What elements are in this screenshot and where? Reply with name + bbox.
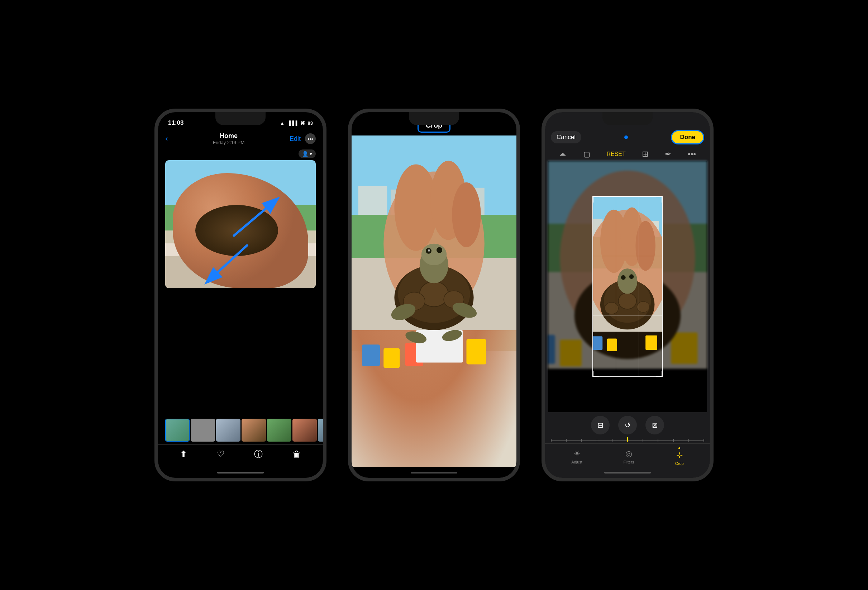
crop-grid-v1 [616,197,616,376]
crop-aspect-icon[interactable]: ▢ [583,150,590,158]
svg-point-23 [421,244,447,265]
thumbnail-strip [158,416,323,445]
share-button[interactable]: ⬆ [180,449,187,459]
info-button[interactable]: ⓘ [254,448,263,460]
person-icon: 👤 ▾ [298,149,316,158]
thumb-4[interactable] [242,418,266,442]
perspective-icon[interactable]: ⏶ [559,149,567,159]
slider-row[interactable] [545,438,710,444]
crop-area[interactable] [548,161,707,412]
nav-bar-1: ‹ Home Friday 2:19 PM Edit ••• [158,131,323,148]
svg-line-1 [208,245,247,281]
home-bar-2 [411,472,457,473]
main-photo[interactable] [165,160,316,288]
svg-point-25 [437,247,442,253]
home-indicator-3 [545,467,710,478]
thumb-2[interactable] [190,418,215,442]
crop-grid-v2 [639,197,639,376]
home-bar [217,472,264,473]
signal-icon: ▐▐▐ [288,120,297,126]
crop-icon: ⊹ [676,451,683,460]
done-button[interactable]: Done [671,130,704,145]
rotate-icon: ↺ [624,421,631,429]
location-icon: ▲ [280,120,285,126]
reset-button[interactable]: RESET [607,151,625,157]
flip-horizontal-button[interactable]: ⊠ [645,416,664,435]
chevron-left-icon: ‹ [165,134,168,143]
adjust-label: Adjust [571,460,582,464]
phone3-screen: Cancel Done ⏶ ▢ RESET ⊞ ✒ ••• [545,112,710,478]
thumb-5[interactable] [267,418,291,442]
delete-button[interactable]: 🗑 [292,449,301,459]
crop-corner-tr[interactable] [656,196,663,203]
svg-line-0 [234,200,277,235]
more-icon: ••• [307,136,313,142]
thumb-6[interactable] [292,418,317,442]
crop-corner-br[interactable] [656,371,663,377]
flip-v-icon: ⊟ [598,421,604,429]
cancel-button[interactable]: Cancel [551,131,581,143]
tab-adjust[interactable]: ☀ Adjust [571,449,582,464]
tick [704,439,704,442]
phone2-screen: Crop [351,112,517,478]
tick [658,439,658,442]
tick [566,439,567,442]
battery-icon: 83 [308,120,313,126]
home-indicator [158,467,323,478]
tick [612,439,613,442]
person-selector[interactable]: 👤 ▾ [158,148,323,160]
wifi-icon: ⌘ [300,120,305,126]
slider-ticks [551,440,704,441]
tick [642,439,643,442]
edit-toolbar: ⏶ ▢ RESET ⊞ ✒ ••• [545,147,710,161]
tick-center [627,437,628,442]
svg-rect-35 [560,340,582,366]
svg-rect-4 [359,186,387,215]
phone2-bottom-bar [351,467,517,478]
phone-2: Crop [348,109,520,481]
album-subtitle: Friday 2:19 PM [213,140,244,145]
tick [688,439,689,442]
rotate-button[interactable]: ↺ [618,416,637,435]
active-dot [678,447,680,449]
crop-grid-h2 [593,315,661,316]
like-button[interactable]: ♡ [217,449,225,459]
thumb-3[interactable] [216,418,241,442]
header-dot [624,136,628,139]
phone2-header: Crop [351,112,517,136]
more-button[interactable]: ••• [305,133,316,144]
nav-title: Home Friday 2:19 PM [213,132,244,145]
turtle-photo-svg [351,136,517,467]
rotation-slider[interactable] [551,440,704,441]
svg-rect-11 [466,339,486,364]
phone3-header: Cancel Done [545,112,710,147]
tab-crop[interactable]: ⊹ Crop [675,447,684,466]
pen-icon[interactable]: ✒ [665,149,671,159]
phone-1: 11:03 ▲ ▐▐▐ ⌘ 83 ‹ Home Friday 2:19 PM [155,109,326,481]
status-icons: ▲ ▐▐▐ ⌘ 83 [280,120,313,126]
flip-vertical-button[interactable]: ⊟ [591,416,610,435]
status-time: 11:03 [168,119,183,127]
fullscreen-photo[interactable] [351,136,517,467]
crop-frame[interactable] [592,196,662,377]
back-button[interactable]: ‹ [165,134,168,143]
tick [551,439,552,442]
flip-h-icon: ⊠ [652,421,658,429]
crop-corner-bl[interactable] [592,371,599,377]
status-bar-1: 11:03 ▲ ▐▐▐ ⌘ 83 [158,112,323,131]
thumb-7[interactable] [318,418,323,442]
svg-point-26 [428,250,430,251]
edit-button[interactable]: Edit [289,135,301,143]
crop-corner-tl[interactable] [592,196,599,203]
bottom-tabs: ☀ Adjust ◎ Filters ⊹ Crop [545,444,710,467]
svg-rect-34 [548,335,555,364]
bottom-toolbar: ⬆ ♡ ⓘ 🗑 [158,445,323,467]
nav-actions: Edit ••• [289,133,316,144]
more-icon[interactable]: ••• [688,149,696,159]
crop-label[interactable]: Crop [418,118,451,133]
svg-point-16 [452,182,481,247]
svg-rect-8 [362,345,380,366]
layout-icon[interactable]: ⊞ [642,149,648,159]
thumb-1[interactable] [165,418,190,442]
tab-filters[interactable]: ◎ Filters [623,449,634,464]
